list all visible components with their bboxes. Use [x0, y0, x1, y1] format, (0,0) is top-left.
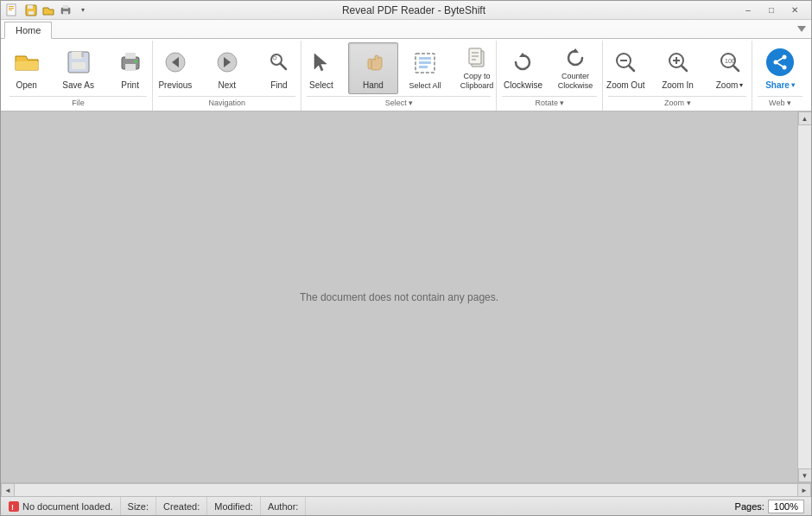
zoom-buttons: Zoom Out Zoom In	[600, 42, 754, 94]
select-group-label: Select	[307, 96, 491, 109]
ribbon-group-file: Open Save As	[4, 41, 153, 111]
scroll-track-horizontal[interactable]	[15, 483, 797, 496]
svg-rect-15	[72, 52, 82, 59]
ribbon-group-rotate: Clockwise Counter Clockwise Rotate	[497, 41, 603, 111]
zoom-label: Zoom ▾	[716, 80, 744, 91]
maximize-button[interactable]: □	[760, 3, 783, 17]
modified-label: Modified:	[214, 501, 253, 512]
window-controls: – □ ✕	[737, 3, 806, 17]
zoom-button[interactable]: 100 Zoom ▾	[705, 42, 755, 94]
created-label: Created:	[163, 501, 200, 512]
counter-clockwise-button[interactable]: Counter Clockwise	[549, 42, 601, 94]
ribbon-group-web: Share ▾ Web	[752, 41, 808, 111]
scrollbar-horizontal-area: ◄ ►	[1, 482, 811, 496]
share-button[interactable]: Share ▾	[755, 42, 805, 94]
svg-rect-16	[72, 62, 86, 69]
next-icon	[215, 50, 239, 74]
status-author: Author:	[261, 497, 306, 515]
ribbon-tabs: Home	[1, 20, 811, 38]
no-doc-label: No document loaded.	[22, 501, 113, 512]
open-label: Open	[16, 80, 36, 91]
svg-marker-29	[314, 54, 327, 71]
svg-rect-2	[9, 8, 14, 9]
share-label: Share ▾	[765, 80, 795, 91]
hand-icon	[361, 50, 385, 74]
open-icon	[14, 49, 40, 75]
svg-marker-7	[43, 8, 54, 15]
print-button[interactable]: Print	[105, 42, 155, 94]
main-area: The document does not contain any pages.…	[1, 111, 811, 482]
open-button[interactable]: Open	[2, 42, 52, 94]
select-tool-button[interactable]: Select	[296, 42, 346, 94]
svg-rect-57	[9, 501, 19, 512]
pages-label: Pages:	[735, 501, 764, 512]
zoom-icon: 100	[718, 50, 742, 74]
zoom-in-label: Zoom In	[662, 80, 694, 91]
svg-point-27	[273, 56, 276, 60]
status-created: Created:	[156, 497, 207, 515]
warning-icon: !	[8, 500, 20, 513]
rotate-ccw-icon	[563, 46, 587, 70]
next-button[interactable]: Next	[202, 42, 252, 94]
svg-rect-17	[81, 53, 84, 57]
scroll-left-button[interactable]: ◄	[1, 483, 15, 497]
close-button[interactable]: ✕	[783, 3, 806, 17]
qa-save-btn[interactable]	[23, 3, 39, 17]
scroll-track-vertical[interactable]	[798, 125, 811, 468]
status-pages: Pages: 100%	[728, 500, 804, 513]
ribbon-content: Open Save As	[1, 38, 811, 111]
file-buttons: Open Save As	[2, 42, 155, 94]
svg-point-21	[134, 60, 137, 63]
find-label: Find	[270, 80, 287, 91]
svg-rect-1	[9, 6, 14, 7]
svg-rect-19	[125, 53, 136, 59]
status-size: Size:	[121, 497, 156, 515]
ribbon-group-zoom: Zoom Out Zoom In	[603, 41, 752, 111]
window-title: Reveal PDF Reader - ByteShift	[91, 4, 737, 16]
svg-line-51	[733, 66, 739, 71]
svg-rect-34	[419, 66, 428, 68]
select-all-button[interactable]: Select All	[400, 42, 450, 94]
svg-rect-3	[9, 10, 12, 10]
web-buttons: Share ▾	[755, 42, 805, 94]
previous-button[interactable]: Previous	[150, 42, 200, 94]
svg-rect-32	[419, 57, 431, 60]
zoom-in-button[interactable]: Zoom In	[653, 42, 703, 94]
ribbon-group-select: Select Hand	[301, 41, 497, 111]
svg-rect-9	[63, 5, 68, 9]
clockwise-button[interactable]: Clockwise	[498, 42, 548, 94]
find-icon	[267, 50, 291, 74]
svg-text:100: 100	[725, 58, 735, 64]
zoom-group-label: Zoom	[608, 96, 746, 109]
scrollbar-vertical[interactable]: ▲ ▼	[797, 111, 811, 482]
qa-print-btn[interactable]	[58, 3, 73, 17]
tab-home[interactable]: Home	[4, 22, 52, 39]
svg-rect-10	[63, 11, 68, 15]
scroll-down-button[interactable]: ▼	[798, 468, 812, 482]
print-icon	[118, 50, 143, 74]
zoom-in-icon	[666, 50, 690, 74]
zoom-out-icon	[613, 50, 638, 74]
rotate-group-label: Rotate	[502, 96, 597, 109]
pages-value: 100%	[768, 500, 804, 513]
ribbon-group-navigation: Previous Next	[153, 41, 301, 111]
qa-dropdown-btn[interactable]: ▾	[75, 3, 91, 17]
copy-clipboard-button[interactable]: Copy to Clipboard	[452, 42, 502, 94]
rotate-buttons: Clockwise Counter Clockwise	[498, 42, 601, 94]
counter-clockwise-label: Counter Clockwise	[555, 72, 595, 91]
qa-open-btn[interactable]	[41, 3, 56, 17]
save-as-button[interactable]: Save As	[54, 42, 104, 94]
scroll-right-button[interactable]: ►	[797, 483, 811, 497]
zoom-out-button[interactable]: Zoom Out	[600, 42, 650, 94]
next-label: Next	[219, 80, 237, 91]
empty-message: The document does not contain any pages.	[300, 291, 498, 303]
svg-rect-20	[125, 64, 136, 71]
scroll-up-button[interactable]: ▲	[798, 111, 812, 125]
svg-line-48	[682, 66, 687, 71]
ribbon: Home Open	[1, 20, 811, 111]
svg-line-28	[280, 64, 286, 70]
hand-tool-button[interactable]: Hand	[348, 42, 398, 94]
minimize-button[interactable]: –	[737, 3, 759, 17]
svg-line-44	[629, 66, 634, 71]
cursor-icon	[309, 50, 333, 74]
